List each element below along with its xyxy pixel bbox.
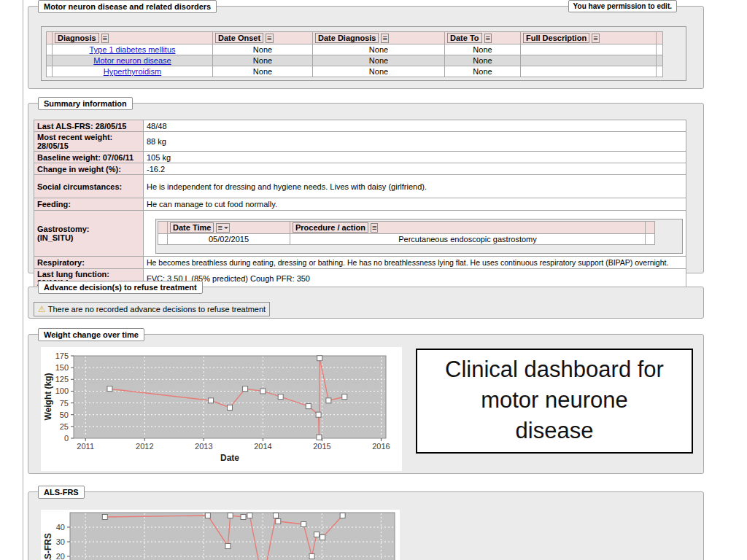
column-header-date-onset-label[interactable]: Date Onset xyxy=(215,33,263,43)
diagnosis-link[interactable]: Type 1 diabetes mellitus xyxy=(89,45,175,54)
section-weight-legend: Weight change over time xyxy=(38,328,144,341)
diagnosis-link[interactable]: Hyperthyroidism xyxy=(104,67,161,76)
sort-menu-icon[interactable]: ≡ xyxy=(101,34,109,43)
row-spacer xyxy=(158,233,168,244)
column-header-full-description: Full Description≡ xyxy=(521,32,657,44)
section-summary: Summary information Last ALS-FRS: 28/05/… xyxy=(28,103,704,273)
summary-row: Baseline weight: 07/06/11 105 kg xyxy=(34,152,686,163)
gastrostomy-row: 05/02/2015 Percutaneous endoscopic gastr… xyxy=(158,233,655,244)
summary-label: Social circumstances: xyxy=(34,175,144,198)
column-header-date-to-label[interactable]: Date To xyxy=(447,33,482,43)
summary-table: Last ALS-FRS: 28/05/15 48/48 Most recent… xyxy=(34,120,686,289)
gastrostomy-table-wrapper: Date Time≡ Procedure / action≡ 05/02/201… xyxy=(155,219,683,254)
svg-text:125: 125 xyxy=(55,375,69,384)
svg-text:Weight (kg): Weight (kg) xyxy=(43,373,53,420)
column-header-date-diagnosis-label[interactable]: Date Diagnosis xyxy=(315,33,379,43)
svg-text:150: 150 xyxy=(55,363,69,372)
summary-row-gastrostomy: Gastrostomy: (IN_SITU) Date Time≡ Proced… xyxy=(34,211,686,257)
svg-text:2014: 2014 xyxy=(254,442,271,451)
section-advance-legend: Advance decision(s) to refuse treatment xyxy=(38,281,203,294)
cell-full-description xyxy=(521,55,657,66)
diagnosis-row: Motor neuron disease None None None xyxy=(47,55,663,66)
section-advance-decisions: Advance decision(s) to refuse treatment … xyxy=(28,287,704,319)
column-header-date-time-label[interactable]: Date Time xyxy=(170,222,214,233)
summary-label: Last ALS-FRS: 28/05/15 xyxy=(34,120,144,132)
gastrostomy-table: Date Time≡ Procedure / action≡ 05/02/201… xyxy=(158,221,655,245)
svg-text:40: 40 xyxy=(56,523,65,532)
summary-label: Baseline weight: 07/06/11 xyxy=(34,152,144,163)
cell-date-time: 05/02/2015 xyxy=(168,233,290,244)
column-header-diagnosis: Diagnosis≡ xyxy=(53,32,213,44)
section-summary-legend: Summary information xyxy=(38,97,133,110)
column-header-date-time: Date Time≡ xyxy=(168,221,290,233)
section-alsfrs-legend: ALS-FRS xyxy=(38,486,85,499)
section-alsfrs-chart: ALS-FRS 20112012201320142015201640302010… xyxy=(28,491,704,560)
row-spacer xyxy=(47,55,53,66)
column-header-date-onset: Date Onset≡ xyxy=(213,32,313,44)
cell-full-description xyxy=(521,44,657,55)
summary-value: He becomes breathless during eating, dre… xyxy=(144,257,686,269)
cell-date-onset: None xyxy=(213,55,313,66)
svg-text:ALS-FRS: ALS-FRS xyxy=(43,533,53,560)
summary-row: Change in weight (%): -16.2 xyxy=(34,163,686,175)
column-header-date-to: Date To≡ xyxy=(445,32,521,44)
svg-text:30: 30 xyxy=(56,537,65,546)
advance-warning-message: There are no recorded advance decisions … xyxy=(48,305,266,314)
header-spacer xyxy=(47,32,53,44)
summary-value: He can manage to cut food normally. xyxy=(144,198,686,211)
row-spacer xyxy=(657,44,663,55)
gastrostomy-value-cell: Date Time≡ Procedure / action≡ 05/02/201… xyxy=(144,211,686,257)
alsfrs-chart[interactable]: 201120122013201420152016403020100ALS-FRS… xyxy=(41,510,400,560)
column-header-procedure-label[interactable]: Procedure / action xyxy=(293,222,368,233)
permission-note: You have permission to edit. xyxy=(568,0,677,12)
summary-value: FVC: 3.50 L (85% predicted) Cough PFR: 3… xyxy=(144,269,686,289)
row-spacer xyxy=(47,66,53,77)
cell-date-diagnosis: None xyxy=(313,55,445,66)
sort-menu-icon[interactable]: ≡ xyxy=(484,34,492,43)
summary-row: Respiratory: He becomes breathless durin… xyxy=(34,257,686,269)
summary-label: Change in weight (%): xyxy=(34,163,144,175)
diagnoses-table: Diagnosis≡ Date Onset≡ Date Diagnosis≡ D… xyxy=(46,31,663,77)
cell-full-description xyxy=(521,66,657,77)
summary-label: Feeding: xyxy=(34,198,144,211)
sort-menu-icon[interactable]: ≡ xyxy=(592,34,599,43)
gastrostomy-label-line1: Gastrostomy: xyxy=(37,225,140,233)
svg-text:2013: 2013 xyxy=(195,442,212,451)
sort-menu-icon[interactable]: ≡ xyxy=(381,34,388,43)
svg-text:Date: Date xyxy=(220,453,239,463)
header-spacer xyxy=(158,221,168,233)
diagnosis-row: Type 1 diabetes mellitus None None None xyxy=(47,44,663,55)
summary-value: -16.2 xyxy=(144,163,686,175)
advance-warning-box: ⚠There are no recorded advance decisions… xyxy=(34,302,270,316)
summary-label: Respiratory: xyxy=(34,257,144,269)
svg-text:50: 50 xyxy=(60,411,69,419)
cell-date-onset: None xyxy=(213,66,313,77)
svg-text:75: 75 xyxy=(60,399,69,408)
sort-menu-icon[interactable]: ≡ xyxy=(371,223,378,233)
sort-menu-icon-sorted[interactable]: ≡ xyxy=(216,223,229,233)
sort-menu-icon[interactable]: ≡ xyxy=(266,34,273,43)
cell-date-to: None xyxy=(445,55,521,66)
diagnoses-header-row: Diagnosis≡ Date Onset≡ Date Diagnosis≡ D… xyxy=(47,32,663,44)
column-header-procedure: Procedure / action≡ xyxy=(290,221,646,233)
cell-date-diagnosis: None xyxy=(313,66,445,77)
column-header-diagnosis-label[interactable]: Diagnosis xyxy=(55,33,99,43)
svg-text:25: 25 xyxy=(60,422,69,431)
column-header-full-description-label[interactable]: Full Description xyxy=(523,33,589,43)
column-header-date-diagnosis: Date Diagnosis≡ xyxy=(313,32,445,44)
diagnosis-link[interactable]: Motor neuron disease xyxy=(93,56,171,65)
header-spacer xyxy=(646,221,655,233)
cell-date-diagnosis: None xyxy=(313,44,445,55)
summary-value: 105 kg xyxy=(144,152,686,163)
weight-chart[interactable]: 2011201220132014201520160255075100125150… xyxy=(41,347,402,471)
summary-row: Most recent weight: 28/05/15 88 kg xyxy=(34,132,686,152)
svg-text:175: 175 xyxy=(55,351,69,360)
summary-row: Feeding: He can manage to cut food norma… xyxy=(34,198,686,211)
summary-label: Most recent weight: 28/05/15 xyxy=(34,132,144,152)
cell-date-onset: None xyxy=(213,44,313,55)
gastrostomy-label-line2: (IN_SITU) xyxy=(37,233,140,242)
svg-text:2012: 2012 xyxy=(136,442,153,451)
summary-value: 88 kg xyxy=(144,132,686,152)
summary-label: Gastrostomy: (IN_SITU) xyxy=(34,211,144,257)
section-diagnoses-legend: Motor neuron disease and related disorde… xyxy=(38,0,217,13)
